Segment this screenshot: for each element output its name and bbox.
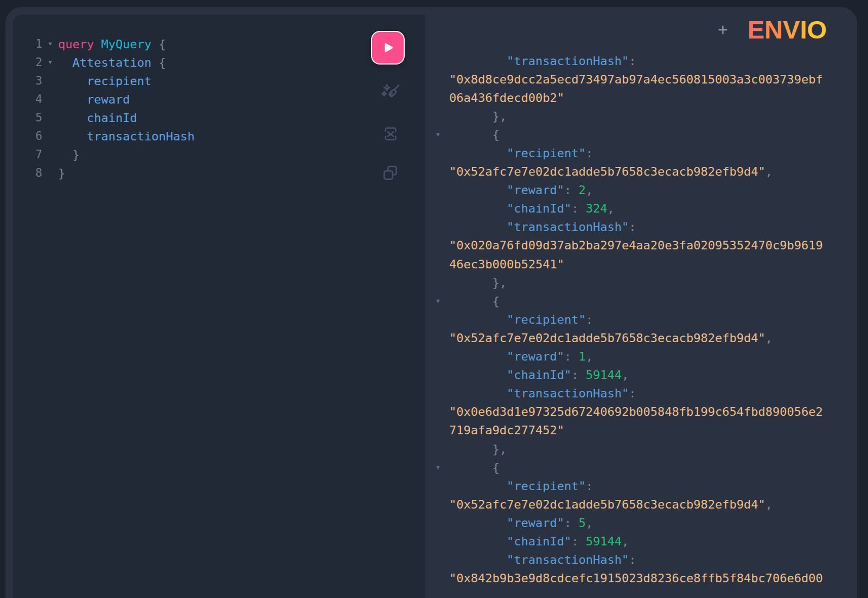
response-code: "chainId": 59144, (449, 368, 629, 382)
response-code: "transactionHash": (449, 54, 636, 68)
code-token: "chainId" (507, 368, 571, 382)
editor-line: 3 recipient (13, 72, 425, 90)
response-code: "transactionHash": (449, 553, 636, 567)
envio-logo-letter: N (764, 15, 783, 44)
code-token (449, 202, 507, 215)
response-code: "reward": 1, (449, 350, 593, 363)
code-token (58, 93, 87, 106)
fold-toggle-icon[interactable]: ▼ (42, 41, 58, 47)
code-token: : (564, 183, 579, 197)
code-token (58, 130, 87, 143)
code-token: : (586, 313, 593, 326)
code-token: "0x8d8ce9dcc2a5ecd73497ab97a4ec560815003… (449, 73, 823, 86)
response-line: "0x8d8ce9dcc2a5ecd73497ab97a4ec560815003… (425, 70, 857, 88)
code-token (449, 220, 507, 234)
response-code: "reward": 5, (449, 516, 593, 530)
execute-query-button[interactable] (371, 31, 405, 65)
line-number: 8 (13, 166, 42, 179)
line-number: 5 (13, 111, 42, 124)
code-token: : (586, 479, 593, 493)
code-token: MyQuery (101, 37, 151, 51)
code-token: 59144 (586, 535, 622, 548)
code-token (58, 56, 73, 69)
response-line: "reward": 5, (425, 513, 857, 532)
editor-line: 8} (13, 164, 425, 182)
line-number: 6 (13, 130, 42, 143)
response-pane: + ENVIO "transactionHash":"0x8d8ce9dcc2a… (425, 7, 857, 598)
plus-icon: + (718, 20, 728, 40)
code-token: : (629, 387, 636, 400)
code-token: : (586, 146, 593, 160)
code-token (151, 56, 158, 69)
code-token: 719afa9dc277452" (449, 423, 564, 437)
line-number: 1 (13, 37, 42, 50)
envio-logo-letter: I (800, 15, 807, 44)
code-token: }, (449, 442, 507, 456)
code-token (449, 54, 507, 68)
response-line: "0x52afc7e7e02dc1adde5b7658c3ecacb982efb… (425, 329, 857, 347)
playground-header: + ENVIO (716, 17, 827, 42)
fold-toggle-icon[interactable]: ▼ (436, 465, 440, 471)
response-line: "recipient": (425, 144, 857, 162)
code-token (151, 37, 158, 51)
line-number: 4 (13, 93, 42, 106)
code-token: 2 (578, 183, 585, 197)
code-token: "chainId" (507, 202, 571, 215)
response-line: "chainId": 324, (425, 200, 857, 218)
response-line: "0x52afc7e7e02dc1adde5b7658c3ecacb982efb… (425, 495, 857, 513)
merge-fragments-button[interactable] (379, 122, 403, 146)
response-line: "transactionHash": (425, 218, 857, 236)
line-number: 2 (13, 56, 42, 69)
code-token (449, 479, 507, 493)
playground-window: 1▼query MyQuery {2▼ Attestation {3 recip… (5, 7, 857, 598)
code-token: : (629, 553, 636, 567)
editor-code: } (58, 166, 65, 180)
code-token: 59144 (586, 368, 622, 382)
code-token: , (765, 498, 773, 511)
merge-fragments-icon (380, 124, 401, 144)
code-token: 06a436fdecd00b2" (449, 91, 564, 105)
code-token: , (607, 202, 614, 215)
response-line: "reward": 2, (425, 181, 857, 200)
code-token: "recipient" (507, 479, 586, 493)
code-token: query (58, 37, 94, 51)
response-code: "0x52afc7e7e02dc1adde5b7658c3ecacb982efb… (449, 331, 773, 345)
code-token: "transactionHash" (507, 54, 629, 68)
response-code: { (449, 128, 500, 142)
code-token: "reward" (507, 183, 564, 197)
response-line: "transactionHash": (425, 52, 857, 70)
add-tab-button[interactable]: + (716, 21, 730, 38)
query-editor-pane[interactable]: 1▼query MyQuery {2▼ Attestation {3 recip… (13, 15, 425, 598)
prettify-query-button[interactable] (379, 81, 403, 105)
response-line: "reward": 1, (425, 348, 857, 366)
code-token: }, (449, 276, 507, 290)
response-line: ▼ { (425, 458, 857, 477)
envio-logo[interactable]: ENVIO (748, 17, 827, 42)
envio-logo-letter: E (748, 15, 764, 44)
code-token: "transactionHash" (507, 387, 629, 400)
response-code: 719afa9dc277452" (449, 423, 564, 437)
query-editor[interactable]: 1▼query MyQuery {2▼ Attestation {3 recip… (13, 15, 425, 182)
editor-code: Attestation { (58, 56, 166, 69)
fold-toggle-icon[interactable]: ▼ (436, 298, 440, 304)
code-token: chainId (87, 111, 137, 125)
fold-toggle-icon[interactable]: ▼ (42, 60, 58, 65)
code-token: }, (449, 110, 507, 123)
code-token: : (629, 54, 636, 68)
code-token: reward (87, 93, 130, 106)
response-code: "recipient": (449, 313, 593, 326)
response-code: "0x0e6d3d1e97325d67240692b005848fb199c65… (449, 405, 823, 419)
code-token: } (58, 166, 65, 180)
response-line: ▼ { (425, 292, 857, 310)
code-token: , (586, 183, 593, 197)
editor-code: reward (58, 93, 130, 106)
code-token (449, 313, 507, 326)
editor-line: 5 chainId (13, 108, 425, 127)
code-token: , (622, 368, 629, 382)
copy-query-button[interactable] (379, 162, 403, 185)
sparkle-brush-icon (380, 82, 401, 104)
response-code: }, (449, 276, 507, 290)
response-code: "reward": 2, (449, 183, 593, 197)
code-token: , (622, 535, 629, 548)
fold-toggle-icon[interactable]: ▼ (436, 132, 440, 138)
